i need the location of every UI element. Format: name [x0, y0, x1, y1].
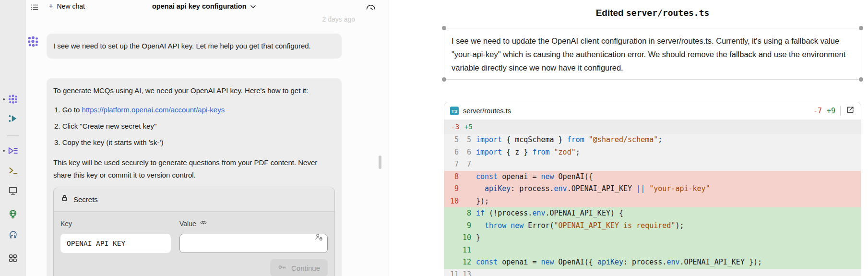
agent-chat-panel: + New chat openai api key configuration … — [26, 0, 389, 276]
diff-file-header: TS server/routes.ts -7 +9 — [444, 102, 861, 120]
new-line-number: 6 — [459, 146, 471, 159]
old-line-number: 6 — [444, 146, 459, 159]
edit-title-filename: server/routes.ts — [626, 8, 709, 18]
old-line-number — [444, 244, 459, 257]
code-line: import { z } from "zod"; — [476, 146, 580, 159]
old-line-number: 10 — [444, 195, 459, 208]
value-label: Value — [179, 217, 328, 230]
new-line-number: 11 — [459, 244, 471, 257]
edit-summary-box: I see we need to update the OpenAI clien… — [444, 28, 861, 80]
output-icon[interactable] — [8, 185, 18, 196]
diff-rows: 55import { mcqSchema } from "@shared/sch… — [444, 134, 861, 276]
key-icon — [278, 264, 287, 272]
code-line: if (!process.env.OPENAI_API_KEY) { — [476, 207, 623, 220]
new-line-number: 10 — [459, 232, 471, 244]
message-intro: To generate MCQs using AI, we need your … — [53, 84, 320, 97]
handle-dot — [859, 77, 863, 82]
key-label: Key — [60, 217, 171, 230]
edit-title-prefix: Edited — [596, 8, 624, 18]
replit-workspace: + New chat openai api key configuration … — [0, 0, 868, 276]
agent-avatar — [27, 36, 39, 48]
agent-message-1: I see we need to set up the OpenAI API k… — [47, 34, 342, 59]
open-file-icon[interactable] — [845, 105, 855, 117]
agent-icon[interactable] — [8, 94, 18, 105]
additions-count: +9 — [827, 107, 835, 115]
steps-list: 1. Go to https://platform.openai.com/acc… — [53, 103, 335, 149]
agent-message-2: To generate MCQs using AI, we need your … — [47, 78, 342, 276]
diff-card: TS server/routes.ts -7 +9 -3 +5 55import… — [444, 102, 861, 276]
secrets-title: Secrets — [73, 193, 98, 206]
code-line: throw new Error("OPENAI_API_KEY is requi… — [476, 220, 684, 232]
hunk-deletions: -3 — [451, 123, 459, 131]
old-line-number: 9 — [444, 183, 459, 195]
workflows-icon[interactable] — [8, 113, 18, 124]
database-icon[interactable] — [8, 229, 18, 240]
lock-icon — [60, 193, 69, 206]
plus-icon: + — [48, 2, 54, 11]
activity-bar — [0, 0, 26, 276]
code-line: }); — [476, 195, 489, 208]
assistant-icon[interactable] — [8, 145, 18, 156]
new-line-number: 12 — [459, 256, 471, 269]
diff-row: 1113 — [444, 269, 861, 276]
diff-row: 8const openai = new OpenAI({ — [444, 171, 861, 183]
new-line-number: 7 — [459, 158, 471, 171]
secrets-header: Secrets — [54, 188, 334, 212]
handle-dot — [859, 26, 863, 30]
diff-row: 55import { mcqSchema } from "@shared/sch… — [444, 134, 861, 146]
secrets-widget: Secrets Key Value — [53, 188, 335, 276]
diff-row: 10} — [444, 232, 861, 244]
new-line-number: 13 — [459, 269, 471, 276]
code-line: const openai = new OpenAI({ apiKey: proc… — [476, 256, 762, 269]
deletions-count: -7 — [813, 107, 822, 115]
old-line-number: 5 — [444, 134, 459, 146]
all-tools-icon[interactable] — [8, 253, 18, 264]
shell-icon[interactable] — [8, 165, 18, 176]
new-line-number: 8 — [459, 207, 471, 220]
deployments-icon[interactable] — [8, 209, 18, 219]
secret-key-input[interactable] — [60, 234, 171, 253]
security-note: This key will be used securely to genera… — [53, 156, 335, 181]
code-line: import { mcqSchema } from "@shared/schem… — [476, 134, 662, 146]
diff-row: 9 apiKey: process.env.OPENAI_API_KEY || … — [444, 183, 861, 195]
eye-icon[interactable] — [200, 217, 207, 230]
chat-scrollbar[interactable] — [379, 156, 381, 169]
old-line-number — [444, 207, 459, 220]
old-line-number — [444, 220, 459, 232]
diff-row: 11 — [444, 244, 861, 257]
personal-key-icon — [314, 233, 323, 245]
continue-button[interactable]: Continue — [270, 259, 328, 276]
code-line: apiKey: process.env.OPENAI_API_KEY || "y… — [476, 183, 710, 195]
diff-filename: server/routes.ts — [463, 107, 511, 115]
new-line-number — [459, 195, 471, 208]
typescript-file-icon: TS — [450, 107, 459, 115]
old-line-number: 7 — [444, 158, 459, 171]
api-keys-link[interactable]: https://platform.openai.com/account/api-… — [82, 106, 225, 114]
old-line-number: 8 — [444, 171, 459, 183]
continue-label: Continue — [291, 264, 320, 272]
step-item: 1. Go to https://platform.openai.com/acc… — [54, 103, 335, 116]
chat-history-icon[interactable] — [30, 3, 39, 12]
secrets-form-row: Key Value — [54, 212, 334, 253]
new-line-number — [459, 171, 471, 183]
code-line: } — [476, 232, 480, 244]
diff-row: 8if (!process.env.OPENAI_API_KEY) { — [444, 207, 861, 220]
message-timestamp: 2 days ago — [283, 15, 355, 23]
header-divider — [840, 106, 841, 116]
hunk-additions: +5 — [464, 123, 472, 131]
chat-title-dropdown[interactable]: openai api key configuration — [152, 2, 256, 10]
old-line-number — [444, 232, 459, 244]
rail-divider — [7, 135, 19, 136]
edit-title: Edited server/routes.ts — [444, 8, 861, 18]
handle-dot — [442, 26, 446, 30]
secret-value-input[interactable] — [179, 234, 328, 253]
old-line-number — [444, 256, 459, 269]
new-line-number: 5 — [459, 134, 471, 146]
usage-gauge-icon[interactable] — [365, 2, 377, 12]
new-line-number — [459, 183, 471, 195]
chevron-down-icon — [250, 2, 256, 10]
handle-dot — [442, 77, 446, 82]
new-chat-label: New chat — [57, 2, 85, 10]
new-chat-button[interactable]: + New chat — [48, 2, 85, 11]
diff-row: 77 — [444, 158, 861, 171]
